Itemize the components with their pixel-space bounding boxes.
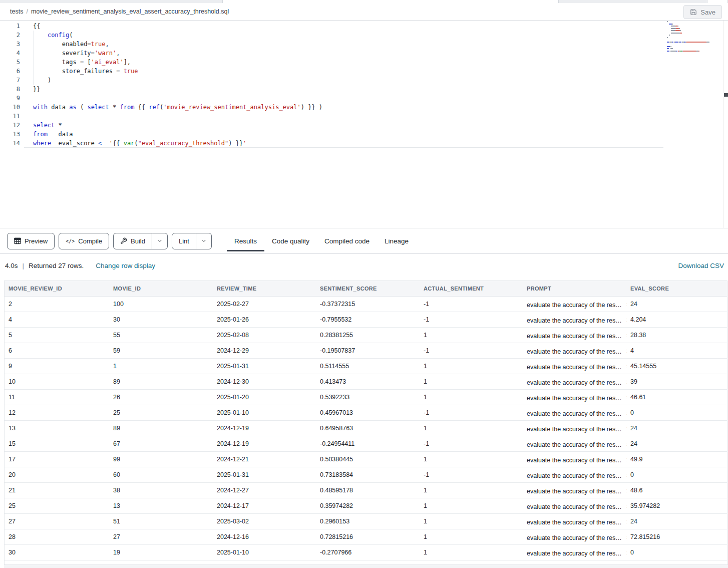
download-csv-link[interactable]: Download CSV bbox=[678, 262, 724, 269]
build-split-button: Build bbox=[113, 233, 168, 249]
tab-compiled-code[interactable]: Compiled code bbox=[317, 228, 377, 253]
code-lines: {{ config( enabled=true, severity='warn'… bbox=[24, 22, 663, 148]
table-cell: 2024-12-19 bbox=[213, 436, 316, 452]
prompt-cell: evaluate the accuracy of the res…› bbox=[523, 359, 626, 374]
column-header: SENTIMENT_SCORE bbox=[316, 281, 420, 297]
wrench-icon bbox=[120, 237, 127, 244]
expand-prompt-icon[interactable]: › bbox=[626, 346, 626, 355]
table-cell: 1 bbox=[420, 328, 523, 343]
build-button-label: Build bbox=[131, 237, 145, 245]
compile-button[interactable]: </> Compile bbox=[59, 233, 109, 249]
code-line: tags = ['ai_eval'], bbox=[24, 58, 663, 67]
tab-lineage[interactable]: Lineage bbox=[377, 228, 416, 253]
table-cell: 2025-01-31 bbox=[213, 467, 316, 483]
expand-prompt-icon[interactable]: › bbox=[626, 393, 626, 401]
table-cell: 2025-01-26 bbox=[213, 312, 316, 328]
table-cell: 1 bbox=[420, 529, 523, 545]
table-cell: 0 bbox=[626, 467, 727, 483]
expand-prompt-icon[interactable]: › bbox=[626, 331, 626, 339]
table-cell: 0.5114555 bbox=[316, 359, 420, 374]
prompt-text: evaluate the accuracy of the res… bbox=[527, 410, 622, 417]
prompt-text: evaluate the accuracy of the res… bbox=[527, 364, 622, 371]
table-cell: 1 bbox=[420, 545, 523, 560]
prompt-text: evaluate the accuracy of the res… bbox=[527, 503, 622, 510]
table-cell: 30 bbox=[5, 545, 109, 560]
table-cell: 67 bbox=[109, 436, 213, 452]
expand-prompt-icon[interactable]: › bbox=[626, 424, 626, 432]
table-cell: 1 bbox=[420, 514, 523, 529]
expand-prompt-icon[interactable]: › bbox=[626, 377, 626, 386]
lint-button[interactable]: Lint bbox=[172, 233, 196, 249]
table-cell: 2025-01-10 bbox=[213, 545, 316, 560]
code-line bbox=[24, 94, 663, 103]
expand-prompt-icon[interactable]: › bbox=[626, 486, 626, 494]
expand-prompt-icon[interactable]: › bbox=[626, 470, 626, 479]
expand-prompt-icon[interactable]: › bbox=[626, 517, 626, 525]
expand-prompt-icon[interactable]: › bbox=[626, 455, 626, 463]
prompt-cell: evaluate the accuracy of the res…› bbox=[523, 483, 626, 498]
prompt-cell: evaluate the accuracy of the res…› bbox=[523, 545, 626, 560]
table-row: 4302025-01-26-0.7955532-1evaluate the ac… bbox=[5, 312, 727, 328]
table-cell: -0.37372315 bbox=[316, 297, 420, 312]
editor-action-buttons: Preview </> Compile Build bbox=[7, 233, 212, 249]
expand-prompt-icon[interactable]: › bbox=[626, 408, 626, 417]
build-button[interactable]: Build bbox=[113, 233, 152, 249]
table-cell: 9 bbox=[5, 359, 109, 374]
column-header: PROMPT bbox=[523, 281, 626, 297]
tab-results[interactable]: Results bbox=[227, 228, 264, 253]
expand-prompt-icon[interactable]: › bbox=[626, 362, 626, 370]
table-cell: 24 bbox=[626, 297, 727, 312]
preview-button[interactable]: Preview bbox=[7, 233, 55, 249]
code-line: select * bbox=[24, 121, 663, 130]
table-row: 912025-01-310.51145551evaluate the accur… bbox=[5, 359, 727, 374]
table-cell: 0.5392233 bbox=[316, 390, 420, 405]
editor-minimap[interactable] bbox=[667, 21, 723, 53]
table-cell: 0.48595178 bbox=[316, 483, 420, 498]
prompt-text: evaluate the accuracy of the res… bbox=[527, 519, 622, 526]
breadcrumb-file: movie_review_sentiment_analysis_eval_ass… bbox=[31, 8, 229, 15]
lint-dropdown-button[interactable] bbox=[196, 233, 212, 249]
table-cell: 100 bbox=[109, 297, 213, 312]
editor-scrollbar[interactable] bbox=[723, 21, 728, 228]
code-line: ) bbox=[24, 76, 663, 85]
table-cell: 2025-01-10 bbox=[213, 405, 316, 421]
table-cell: 59 bbox=[109, 343, 213, 359]
tab-code-quality[interactable]: Code quality bbox=[264, 228, 317, 253]
code-line: with data as ( select * from {{ ref('mov… bbox=[24, 103, 663, 112]
table-cell: 25 bbox=[5, 498, 109, 514]
prompt-cell: evaluate the accuracy of the res…› bbox=[523, 343, 626, 359]
table-cell: 0.35974282 bbox=[316, 498, 420, 514]
table-cell: 0.72815216 bbox=[316, 529, 420, 545]
table-row: 21002025-02-27-0.37372315-1evaluate the … bbox=[5, 297, 727, 312]
code-line: from data bbox=[24, 130, 663, 139]
horizontal-scrollbar[interactable] bbox=[4, 564, 728, 568]
expand-prompt-icon[interactable]: › bbox=[626, 315, 626, 324]
build-dropdown-button[interactable] bbox=[152, 233, 168, 249]
editor-gutter: 1234567891011121314 bbox=[0, 22, 20, 148]
table-header-row: MOVIE_REVIEW_IDMOVIE_IDREVIEW_TIMESENTIM… bbox=[5, 281, 727, 297]
preview-button-label: Preview bbox=[25, 237, 48, 245]
expand-prompt-icon[interactable]: › bbox=[626, 300, 626, 308]
table-cell: 0.413473 bbox=[316, 374, 420, 390]
code-editor[interactable]: 1234567891011121314 {{ config( enabled=t… bbox=[0, 21, 728, 228]
table-cell: -0.7955532 bbox=[316, 312, 420, 328]
save-button[interactable]: Save bbox=[683, 5, 722, 19]
expand-prompt-icon[interactable]: › bbox=[626, 532, 626, 541]
prompt-cell: evaluate the accuracy of the res…› bbox=[523, 529, 626, 545]
expand-prompt-icon[interactable]: › bbox=[626, 548, 626, 556]
expand-prompt-icon[interactable]: › bbox=[626, 501, 626, 510]
breadcrumb: tests / movie_review_sentiment_analysis_… bbox=[10, 3, 229, 20]
prompt-cell: evaluate the accuracy of the res…› bbox=[523, 514, 626, 529]
table-cell: 0.2960153 bbox=[316, 514, 420, 529]
breadcrumb-section[interactable]: tests bbox=[10, 8, 23, 15]
table-cell: 0.73183584 bbox=[316, 467, 420, 483]
table-cell: 4.204 bbox=[626, 312, 727, 328]
change-row-display-link[interactable]: Change row display bbox=[96, 262, 155, 269]
expand-prompt-icon[interactable]: › bbox=[626, 439, 626, 448]
table-cell: 2024-12-27 bbox=[213, 483, 316, 498]
table-cell: 28 bbox=[5, 529, 109, 545]
table-cell: 19 bbox=[109, 545, 213, 560]
editor-scrollbar-thumb[interactable] bbox=[724, 93, 728, 97]
lint-button-label: Lint bbox=[179, 237, 189, 245]
table-cell: 2025-02-27 bbox=[213, 297, 316, 312]
